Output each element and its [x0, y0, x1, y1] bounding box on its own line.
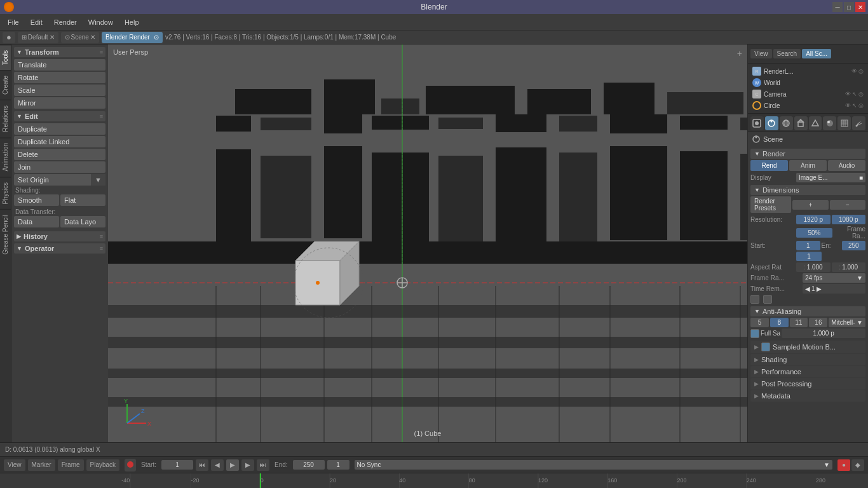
timeline-record-toggle[interactable]: [125, 459, 136, 471]
circle-render-icon[interactable]: ◎: [858, 102, 864, 109]
data-button[interactable]: Data: [14, 216, 59, 227]
menu-help[interactable]: Help: [119, 17, 144, 27]
frame-current-value[interactable]: 1: [796, 252, 822, 261]
circle-select-icon[interactable]: ↖: [852, 102, 857, 109]
sampled-motion-checkbox[interactable]: [761, 342, 770, 351]
tab-all-scenes[interactable]: All Sc...: [802, 49, 831, 58]
next-frame-btn[interactable]: ▶: [241, 459, 254, 471]
timeline-frame-btn[interactable]: Frame: [58, 459, 84, 471]
aa-sample-11[interactable]: 11: [790, 318, 808, 327]
circle-visibility-icon[interactable]: 👁: [845, 102, 851, 109]
render-presets-add-icon[interactable]: +: [792, 200, 828, 210]
resolution-percent[interactable]: 50%: [796, 228, 832, 238]
timeline-view-btn[interactable]: View: [4, 459, 25, 471]
flat-button[interactable]: Flat: [60, 194, 105, 206]
tab-create[interactable]: Create: [0, 70, 11, 100]
performance-section[interactable]: ▶ Performance: [750, 366, 865, 377]
resolution-height[interactable]: 1080 p: [832, 215, 866, 224]
render-engine-selector[interactable]: Blender Render ⊙: [102, 32, 163, 43]
full-sample-checkbox[interactable]: [750, 329, 759, 338]
start-input[interactable]: [161, 460, 193, 470]
operator-section-header[interactable]: ▼ Operator ≡: [14, 243, 105, 254]
close-button[interactable]: ✕: [855, 2, 865, 12]
post-processing-section[interactable]: ▶ Post Processing: [750, 378, 865, 390]
time-rem-increase[interactable]: ▶: [817, 285, 822, 292]
outliner-item-renderlayer[interactable]: R RenderL... 👁 ◎: [750, 65, 866, 77]
scale-button[interactable]: Scale: [14, 85, 105, 96]
rend-button[interactable]: Rend: [750, 160, 788, 171]
end-input[interactable]: [293, 460, 325, 470]
data-layo-button[interactable]: Data Layo: [60, 216, 105, 227]
menu-file[interactable]: File: [3, 17, 24, 27]
translate-button[interactable]: Translate: [14, 59, 105, 71]
edit-section-header[interactable]: ▼ Edit ≡: [14, 111, 105, 121]
menu-edit[interactable]: Edit: [25, 17, 48, 27]
duplicate-button[interactable]: Duplicate: [14, 123, 105, 135]
metadata-section[interactable]: ▶ Metadata: [750, 390, 865, 402]
frame-rate-value[interactable]: 24 fps ▼: [803, 273, 865, 283]
resolution-width[interactable]: 1920 p: [796, 215, 831, 224]
frame-end-value[interactable]: 250: [842, 241, 866, 250]
camera-render-icon[interactable]: ◎: [858, 91, 864, 97]
timeline-marker-btn[interactable]: Marker: [28, 459, 55, 471]
camera-select-icon[interactable]: ↖: [852, 91, 857, 97]
prev-keyframe-btn[interactable]: ⏮: [196, 459, 208, 471]
tab-tools[interactable]: Tools: [0, 44, 11, 70]
outliner-item-world[interactable]: W World: [750, 77, 866, 88]
next-keyframe-btn[interactable]: ⏭: [257, 459, 269, 471]
tab-grease-pencil[interactable]: Grease Pencil: [0, 209, 11, 260]
join-button[interactable]: Join: [14, 161, 105, 173]
play-btn[interactable]: ▶: [226, 459, 239, 471]
prop-icon-world[interactable]: [780, 116, 793, 130]
prop-icon-material[interactable]: [823, 116, 836, 130]
prop-icon-particles[interactable]: [852, 116, 865, 130]
current-frame-input[interactable]: [327, 460, 349, 470]
transform-section-header[interactable]: ▼ Transform ≡: [14, 47, 105, 57]
keyframe-btn[interactable]: ◆: [851, 459, 864, 471]
shading-section[interactable]: ▶ Shading: [750, 354, 865, 365]
scene-selector[interactable]: ⊙ Scene ✕: [61, 32, 99, 43]
display-value[interactable]: Image E... ■: [796, 173, 865, 182]
tab-search[interactable]: Search: [773, 49, 801, 58]
aa-filter-value[interactable]: Mitchell- ▼: [829, 318, 865, 327]
outliner-item-camera[interactable]: C Camera 👁 ↖ ◎: [750, 88, 866, 100]
time-rem-decrease[interactable]: ◀: [805, 285, 810, 292]
audio-button[interactable]: Audio: [828, 160, 865, 171]
record-btn[interactable]: ●: [837, 459, 850, 471]
timeline-playback-btn[interactable]: Playback: [86, 459, 120, 471]
mirror-button[interactable]: Mirror: [14, 97, 105, 109]
prop-icon-texture[interactable]: [837, 116, 851, 130]
tab-relations[interactable]: Relations: [0, 100, 11, 137]
rotate-button[interactable]: Rotate: [14, 72, 105, 83]
sampled-motion-section[interactable]: ▶ Sampled Motion B...: [750, 341, 865, 353]
anim-button[interactable]: Anim: [789, 160, 827, 171]
prop-icon-render[interactable]: [750, 116, 764, 130]
screen-layout-selector[interactable]: ⊞ Default ✕: [18, 32, 58, 43]
set-origin-dropdown-icon[interactable]: ▼: [91, 174, 105, 186]
minimize-button[interactable]: ─: [832, 2, 843, 12]
render-presets-remove-icon[interactable]: −: [830, 200, 865, 210]
menu-window[interactable]: Window: [83, 17, 118, 27]
smooth-button[interactable]: Smooth: [14, 194, 59, 206]
outliner-item-circle[interactable]: Circle 👁 ↖ ◎: [750, 100, 866, 111]
renderlayer-render-icon[interactable]: ◎: [858, 68, 864, 74]
history-section-header[interactable]: ▶ History ≡: [14, 231, 105, 241]
aa-sample-8[interactable]: 8: [770, 318, 789, 327]
aspect-x[interactable]: :1.000: [796, 262, 831, 272]
maximize-button[interactable]: □: [844, 2, 854, 12]
delete-button[interactable]: Delete: [14, 149, 105, 160]
timeline-ruler[interactable]: -40 -20 0 20 40 80 120 160 200 240 280: [0, 473, 868, 488]
render-presets-value[interactable]: Render Presets: [750, 196, 791, 213]
checkbox-2[interactable]: [763, 295, 772, 304]
filter-value[interactable]: 1.000 p: [782, 329, 865, 338]
render-section-header[interactable]: ▼ Render: [750, 149, 865, 159]
prev-frame-btn[interactable]: ◀: [211, 459, 224, 471]
menu-render[interactable]: Render: [49, 17, 82, 27]
prop-icon-object[interactable]: [794, 116, 808, 130]
prop-icon-mesh[interactable]: [809, 116, 822, 130]
tab-physics[interactable]: Physics: [0, 177, 11, 209]
sync-dropdown[interactable]: No Sync ▼: [355, 460, 832, 470]
dimensions-section-header[interactable]: ▼ Dimensions: [750, 185, 865, 195]
camera-visibility-icon[interactable]: 👁: [845, 91, 851, 97]
checkbox-1[interactable]: [750, 295, 759, 304]
